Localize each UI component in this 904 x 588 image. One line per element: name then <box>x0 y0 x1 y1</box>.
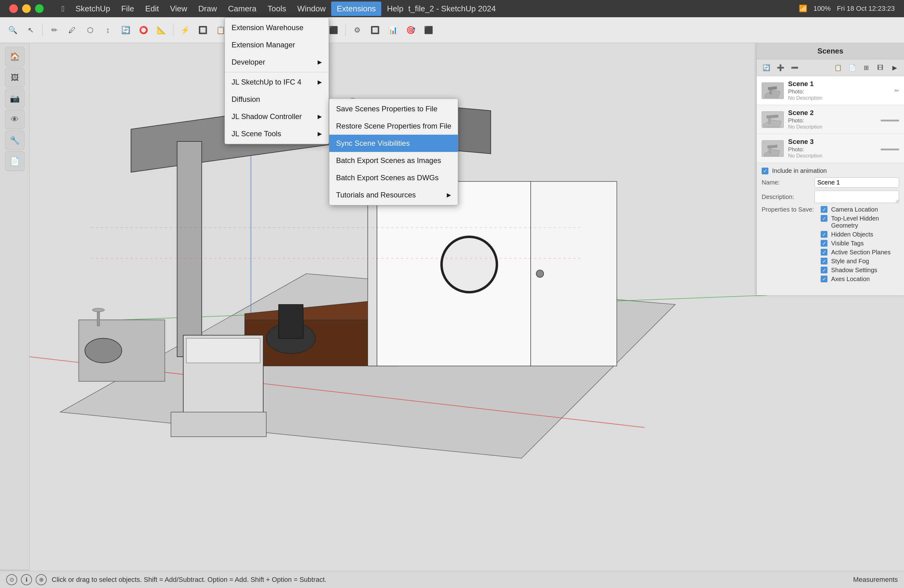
scene-1-subtitle: Photo: <box>788 89 895 95</box>
prop-sections-row: ✓ Active Section Planes <box>821 249 899 256</box>
sidebar-btn-3[interactable]: 📷 <box>5 89 25 108</box>
status-icons: ⊙ ℹ ⊕ <box>6 574 47 585</box>
menu-extension-manager[interactable]: Extension Manager <box>225 36 329 54</box>
toolbar-orbit-btn[interactable]: ⭕ <box>136 22 152 38</box>
scenes-film-btn[interactable]: 🎞 <box>874 62 886 74</box>
menu-tools[interactable]: Tools <box>262 2 292 16</box>
scene-description-input[interactable] <box>814 191 899 203</box>
viewport[interactable]: Scenes 🔄 ➕ ➖ 📋 📄 ⊞ 🎞 ▶ <box>30 43 904 571</box>
toolbar-pencil-btn[interactable]: ✏ <box>46 22 62 38</box>
minimize-button[interactable] <box>22 4 31 13</box>
submenu-sync-visibilities[interactable]: Sync Scene Visibilities <box>329 135 458 152</box>
toolbar-paint-btn[interactable]: ⚡ <box>177 22 193 38</box>
scene-item-1[interactable]: Scene 1 Photo: No Description ✏ <box>757 76 904 105</box>
menu-camera[interactable]: Camera <box>223 2 262 16</box>
submenu-batch-export-dwgs[interactable]: Batch Export Scenes as DWGs <box>329 169 458 187</box>
toolbar-more-btn[interactable]: ⬛ <box>420 22 437 38</box>
submenu-batch-export-images[interactable]: Batch Export Scenes as Images <box>329 152 458 169</box>
scenes-add-btn[interactable]: ➕ <box>774 62 786 74</box>
menu-file[interactable]: File <box>115 2 140 16</box>
toolbar-push-btn[interactable]: ↕ <box>100 22 116 38</box>
svg-point-14 <box>443 238 495 291</box>
properties-section: Properties to Save: ✓ Camera Location ✓ … <box>762 206 899 285</box>
prop-shadow-row: ✓ Shadow Settings <box>821 267 899 274</box>
toolbar-measure-btn[interactable]: 📐 <box>153 22 169 38</box>
scenes-remove-btn[interactable]: ➖ <box>789 62 800 74</box>
prop-hidden-checkbox[interactable]: ✓ <box>821 231 827 238</box>
scene-name-input[interactable] <box>814 177 899 188</box>
toolbar-eraser-btn[interactable]: 🔲 <box>195 22 211 38</box>
toolbar-layers-btn[interactable]: 📊 <box>385 22 401 38</box>
prop-toplevel-checkbox[interactable]: ✓ <box>821 215 827 222</box>
prop-axes-label: Axes Location <box>831 275 870 283</box>
scenes-next-btn[interactable]: ▶ <box>889 62 900 74</box>
prop-axes-checkbox[interactable]: ✓ <box>821 275 827 282</box>
toolbar-shape-btn[interactable]: ⬡ <box>82 22 98 38</box>
svg-point-23 <box>92 308 104 312</box>
svg-rect-10 <box>278 305 303 338</box>
toolbar-rotate-btn[interactable]: 🔄 <box>118 22 134 38</box>
sidebar-btn-1[interactable]: 🏠 <box>5 47 25 66</box>
menu-developer[interactable]: Developer ▶ <box>225 54 329 71</box>
scenes-list-btn[interactable]: 📋 <box>832 62 844 74</box>
sidebar-btn-5[interactable]: 🔧 <box>5 130 25 150</box>
extensions-dropdown: Extension Warehouse Extension Manager De… <box>224 17 329 144</box>
sidebar-btn-2[interactable]: 🖼 <box>5 68 25 87</box>
prop-hidden-row: ✓ Hidden Objects <box>821 231 899 238</box>
menu-jl-scene[interactable]: JL Scene Tools ▶ <box>225 125 329 142</box>
scene-3-bar <box>880 149 899 150</box>
jl-shadow-arrow-icon: ▶ <box>318 113 322 120</box>
sidebar-btn-6[interactable]: 📄 <box>5 151 25 171</box>
menu-extension-warehouse[interactable]: Extension Warehouse <box>225 19 329 36</box>
menu-jl-ifc4[interactable]: JL SketchUp to IFC 4 ▶ <box>225 74 329 91</box>
prop-toplevel-label: Top-Level Hidden Geometry <box>831 215 899 229</box>
prop-tags-checkbox[interactable]: ✓ <box>821 240 827 247</box>
submenu-tutorials[interactable]: Tutorials and Resources ▶ <box>329 187 458 204</box>
submenu-save-scenes[interactable]: Save Scenes Properties to File <box>329 100 458 117</box>
menu-sketchup[interactable]: SketchUp <box>70 2 116 16</box>
toolbar-components-btn[interactable]: 🎯 <box>403 22 419 38</box>
scene-item-2[interactable]: Scene 2 Photo: No Description <box>757 105 904 134</box>
toolbar-section-btn[interactable]: ⚙ <box>349 22 365 38</box>
scene-2-subtitle: Photo: <box>788 117 880 124</box>
menu-jl-shadow[interactable]: JL Shadow Controller ▶ <box>225 108 329 125</box>
sidebar-btn-4[interactable]: 👁 <box>5 109 25 129</box>
scene-3-info: Scene 3 Photo: No Description <box>788 138 880 159</box>
toolbar-arrow-btn[interactable]: ↖ <box>23 22 39 38</box>
prop-style-row: ✓ Style and Fog <box>821 258 899 265</box>
scene-name-row: Name: <box>762 177 899 188</box>
prop-style-checkbox[interactable]: ✓ <box>821 258 827 264</box>
scenes-refresh-btn[interactable]: 🔄 <box>760 62 772 74</box>
toolbar-pen-btn[interactable]: 🖊 <box>64 22 80 38</box>
menu-draw[interactable]: Draw <box>193 2 223 16</box>
scene-item-3[interactable]: Scene 3 Photo: No Description <box>757 134 904 163</box>
scenes-grid-btn[interactable]: ⊞ <box>860 62 872 74</box>
submenu-restore-scenes[interactable]: Restore Scene Properties from File <box>329 117 458 135</box>
prop-tags-label: Visible Tags <box>831 240 864 247</box>
close-button[interactable] <box>9 4 18 13</box>
menu-diffusion[interactable]: Diffusion <box>225 91 329 108</box>
prop-shadow-checkbox[interactable]: ✓ <box>821 267 827 273</box>
toolbar-styles-btn[interactable]: 🔲 <box>367 22 383 38</box>
menu-apple[interactable]:  <box>56 2 70 16</box>
menu-extensions[interactable]: Extensions <box>331 2 381 16</box>
prop-camera-checkbox[interactable]: ✓ <box>821 206 827 213</box>
scene-2-bar <box>880 120 899 122</box>
scene-1-desc: No Description <box>788 95 895 101</box>
scene-1-edit-icon[interactable]: ✏ <box>895 87 899 94</box>
include-animation-checkbox[interactable]: ✓ <box>762 168 768 174</box>
svg-rect-19 <box>171 412 266 437</box>
scenes-detail-btn[interactable]: 📄 <box>846 62 858 74</box>
prop-sections-checkbox[interactable]: ✓ <box>821 249 827 256</box>
prop-hidden-label: Hidden Objects <box>831 231 873 238</box>
menu-window[interactable]: Window <box>292 2 331 16</box>
toolbar-select-btn[interactable]: 🔍 <box>5 22 21 38</box>
include-animation-row: ✓ Include in animation <box>762 167 899 174</box>
properties-checkboxes: ✓ Camera Location ✓ Top-Level Hidden Geo… <box>821 206 899 285</box>
status-icon-2: ℹ <box>21 574 32 585</box>
description-label: Description: <box>762 193 811 201</box>
menu-edit[interactable]: Edit <box>140 2 164 16</box>
menu-help[interactable]: Help <box>381 2 409 16</box>
menu-view[interactable]: View <box>164 2 193 16</box>
maximize-button[interactable] <box>35 4 44 13</box>
